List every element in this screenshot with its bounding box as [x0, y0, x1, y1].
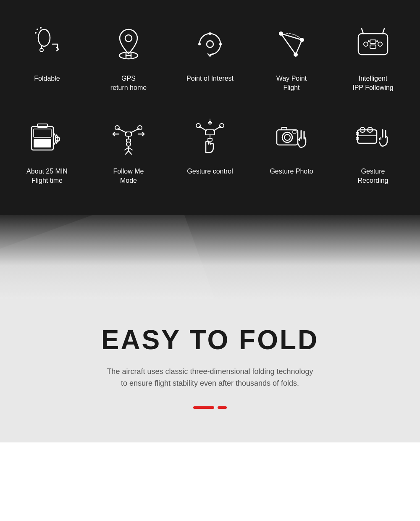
feature-gps: GPSreturn home — [90, 17, 167, 97]
features-grid: Foldable GPSreturn home — [8, 17, 412, 190]
poi-label: Point of Interest — [186, 74, 234, 83]
svg-line-42 — [129, 147, 132, 150]
svg-rect-49 — [205, 130, 215, 135]
svg-point-15 — [279, 32, 283, 35]
transition-section — [0, 215, 420, 299]
easy-to-fold-desc: The aircraft uses classic three-dimensio… — [107, 366, 313, 390]
dot-inactive — [218, 406, 227, 409]
top-section: Foldable GPSreturn home — [0, 0, 420, 215]
svg-line-32 — [118, 129, 126, 133]
svg-point-22 — [378, 42, 382, 46]
waypoint-icon — [268, 21, 315, 67]
gps-icon — [105, 21, 152, 67]
svg-rect-51 — [208, 138, 212, 141]
feature-gesture-control: Gesture control — [171, 110, 249, 190]
svg-point-21 — [364, 42, 368, 46]
svg-rect-24 — [370, 45, 376, 48]
svg-rect-56 — [293, 131, 296, 133]
svg-point-5 — [40, 27, 42, 29]
feature-battery: About 25 MINFlight time — [8, 110, 86, 190]
gesture-control-label: Gesture control — [187, 167, 233, 176]
followme-icon — [105, 114, 152, 160]
easy-to-fold-title: EASY TO FOLD — [101, 324, 319, 355]
svg-point-14 — [198, 43, 201, 45]
waypoint-label: Way PointFlight — [276, 74, 307, 93]
svg-rect-59 — [357, 130, 377, 143]
svg-rect-18 — [358, 34, 388, 55]
svg-point-0 — [38, 29, 50, 46]
gesture-recording-icon — [350, 114, 396, 160]
bottom-section: EASY TO FOLD The aircraft uses classic t… — [0, 299, 420, 443]
followme-label: Follow MeMode — [113, 167, 144, 186]
svg-point-26 — [376, 40, 378, 42]
feature-gesture-photo: Gesture Photo — [253, 110, 330, 190]
svg-point-6 — [125, 35, 132, 42]
svg-rect-30 — [34, 129, 51, 137]
foldable-label: Foldable — [34, 74, 60, 83]
svg-point-25 — [368, 40, 370, 42]
dots-indicator — [193, 406, 227, 409]
svg-point-54 — [282, 132, 292, 142]
svg-point-55 — [284, 134, 290, 140]
ipp-icon — [350, 21, 396, 67]
battery-label: About 25 MINFlight time — [26, 167, 68, 186]
svg-point-47 — [196, 124, 200, 128]
gps-label: GPSreturn home — [110, 74, 147, 93]
feature-gesture-recording: GestureRecording — [334, 110, 412, 190]
svg-rect-29 — [34, 139, 51, 147]
svg-line-46 — [214, 126, 220, 131]
svg-line-19 — [362, 29, 363, 34]
svg-rect-38 — [126, 139, 131, 142]
svg-point-12 — [209, 32, 211, 35]
feature-poi: Point of Interest — [171, 17, 249, 97]
svg-point-17 — [294, 53, 297, 56]
poi-icon — [187, 21, 233, 67]
svg-line-43 — [126, 151, 129, 154]
foldable-icon — [24, 21, 70, 67]
gesture-control-icon — [187, 114, 233, 160]
svg-point-3 — [35, 32, 37, 34]
gesture-photo-label: Gesture Photo — [270, 167, 313, 176]
svg-line-45 — [200, 126, 206, 131]
dot-active — [193, 406, 214, 409]
svg-rect-23 — [370, 40, 376, 43]
svg-point-48 — [220, 124, 224, 128]
svg-point-34 — [115, 126, 119, 130]
gesture-photo-icon — [268, 114, 315, 160]
svg-line-41 — [125, 147, 129, 150]
gesture-recording-label: GestureRecording — [358, 167, 388, 186]
feature-waypoint: Way PointFlight — [253, 17, 330, 97]
svg-point-39 — [126, 142, 131, 146]
svg-line-33 — [131, 129, 139, 133]
svg-line-44 — [129, 151, 131, 154]
battery-icon — [24, 114, 70, 160]
svg-point-35 — [138, 126, 142, 130]
feature-ipp: IntelligentIPP Following — [334, 17, 412, 97]
feature-followme: Follow MeMode — [90, 110, 167, 190]
svg-line-20 — [383, 29, 384, 34]
svg-point-11 — [207, 41, 213, 47]
feature-foldable: Foldable — [8, 17, 86, 97]
svg-point-13 — [219, 43, 222, 45]
svg-point-4 — [37, 29, 38, 30]
ipp-label: IntelligentIPP Following — [352, 74, 394, 93]
